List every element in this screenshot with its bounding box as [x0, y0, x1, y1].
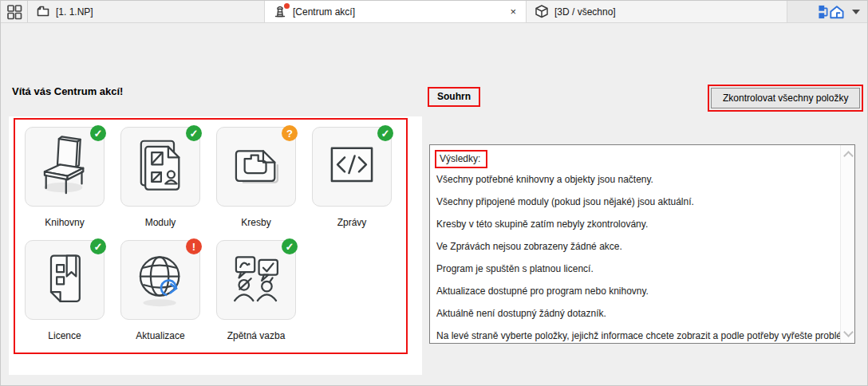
tiles-annotation-box: ✓ Knihovny ✓ Moduly ? Kresby ✓ Zprávy — [14, 118, 408, 354]
scroll-down-icon[interactable] — [843, 327, 854, 337]
summary-label: Souhrn — [428, 87, 480, 107]
reports-icon — [318, 132, 386, 201]
chair-icon — [30, 132, 99, 201]
tile-aktualizace[interactable]: ! Aktualizace — [120, 240, 200, 353]
tile-zpetna-vazba[interactable]: ✓ Zpětná vazba — [216, 240, 296, 353]
status-badge: ! — [186, 238, 202, 254]
license-icon — [30, 246, 99, 314]
tab-3d[interactable]: [3D / všechno] — [527, 1, 787, 22]
globe-update-icon — [126, 246, 195, 314]
action-items-panel: ✓ Knihovny ✓ Moduly ? Kresby ✓ Zprávy — [9, 116, 422, 375]
status-badge: ✓ — [377, 125, 393, 141]
tile-zpravy[interactable]: ✓ Zprávy — [312, 127, 392, 240]
tile-moduly[interactable]: ✓ Moduly — [120, 127, 200, 240]
welcome-heading: Vítá vás Centrum akcí! — [12, 85, 123, 97]
grid-icon — [6, 4, 22, 20]
close-icon[interactable]: × — [507, 6, 519, 18]
drawings-icon — [222, 132, 290, 201]
scrollbar[interactable] — [840, 145, 854, 343]
tab-floor-plan[interactable]: [1. 1.NP] — [28, 1, 265, 22]
tile-label: Moduly — [120, 217, 200, 228]
tile-knihovny[interactable]: ✓ Knihovny — [25, 127, 105, 240]
tab-bar: [1. 1.NP] [Centrum akcí] × [3D / všechno… — [1, 1, 867, 23]
modules-icon — [126, 132, 195, 201]
navigator-icon[interactable] — [819, 4, 846, 20]
result-line: Aktualizace dostupné pro program nebo kn… — [436, 280, 838, 302]
cube-icon — [534, 4, 550, 20]
status-badge: ✓ — [186, 125, 202, 141]
tab-overview-button[interactable] — [1, 1, 28, 22]
results-content: Výsledky: Všechny potřebné knihovny a ob… — [430, 145, 841, 343]
scroll-up-icon[interactable] — [843, 151, 854, 161]
result-line: Program je spuštěn s platnou licencí. — [436, 258, 838, 280]
tile-licence[interactable]: ✓ Licence — [25, 240, 105, 353]
result-line: Na levé straně vyberte položky, jejichž … — [436, 325, 838, 343]
tab-label: [Centrum akcí] — [293, 6, 355, 18]
archicad-action-center-window: [1. 1.NP] [Centrum akcí] × [3D / všechno… — [0, 0, 868, 386]
result-line: Kresby v této skupině zatím nebyly zkont… — [436, 213, 838, 235]
result-line: Aktuálně není dostupný žádný dotazník. — [436, 302, 838, 325]
check-all-button[interactable]: Zkontrolovat všechny položky — [711, 88, 860, 108]
tile-label: Kresby — [216, 217, 296, 228]
tab-label: [3D / všechno] — [554, 6, 616, 18]
lighthouse-icon — [272, 4, 288, 20]
status-badge: ✓ — [282, 238, 298, 254]
tile-row: ✓ Knihovny ✓ Moduly ? Kresby ✓ Zprávy — [25, 127, 406, 240]
results-lines: Všechny potřebné knihovny a objekty jsou… — [436, 168, 838, 343]
chevron-down-icon[interactable] — [852, 10, 860, 14]
tile-row: ✓ Licence ! Aktualizace ✓ Zpětná vazba — [25, 240, 406, 353]
tile-label: Aktualizace — [120, 330, 200, 341]
feedback-icon — [222, 246, 290, 314]
status-badge: ✓ — [90, 125, 106, 141]
check-all-annotation-box: Zkontrolovat všechny položky — [708, 85, 863, 112]
tile-label: Zprávy — [312, 217, 392, 228]
status-badge: ✓ — [90, 238, 106, 254]
results-title: Výsledky: — [435, 150, 487, 168]
story-icon — [35, 4, 51, 20]
tile-label: Licence — [25, 330, 105, 341]
result-line: Ve Zprávách nejsou zobrazeny žádné akce. — [436, 235, 838, 258]
result-line: Všechny připojené moduly (pokud jsou něj… — [436, 191, 838, 213]
tile-kresby[interactable]: ? Kresby — [216, 127, 296, 240]
results-panel: Výsledky: Všechny potřebné knihovny a ob… — [429, 144, 855, 344]
status-badge: ? — [282, 125, 298, 141]
tab-bar-spacer — [787, 1, 867, 22]
notification-dot — [284, 3, 290, 9]
tile-label: Knihovny — [25, 217, 105, 228]
tab-action-center[interactable]: [Centrum akcí] × — [265, 1, 527, 22]
result-line: Všechny potřebné knihovny a objekty jsou… — [436, 168, 838, 191]
tile-label: Zpětná vazba — [216, 330, 296, 341]
tab-label: [1. 1.NP] — [56, 6, 93, 18]
